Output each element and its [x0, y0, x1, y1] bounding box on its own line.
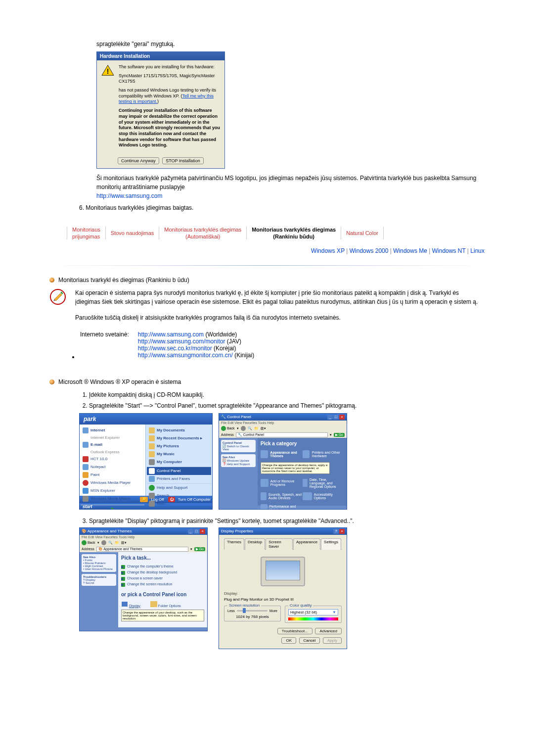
bullet-icon: [49, 278, 54, 283]
link-windows-2000[interactable]: Windows 2000: [350, 247, 389, 254]
tooltip: Change the appearance of your desktop, s…: [121, 610, 204, 621]
hardware-installation-dialog: Hardware Installation ! The software you…: [96, 51, 225, 169]
link-linux[interactable]: Linux: [470, 247, 485, 254]
display-icon[interactable]: Display: [121, 601, 140, 608]
tabs[interactable]: Themes Desktop Screen Saver Appearance S…: [224, 538, 342, 550]
site-link[interactable]: http://www.samsung.com: [138, 331, 204, 338]
divider: [49, 265, 485, 266]
back-button[interactable]: Back: [221, 426, 235, 431]
window-buttons[interactable]: ?×: [333, 529, 345, 534]
pick-category-heading: Pick a category: [261, 441, 344, 446]
step-item: Įdėkite kompaktinį diską į CD-ROM kaupik…: [89, 390, 485, 399]
step-text: Monitoriaus tvarkyklės įdiegimas baigtas…: [86, 204, 193, 211]
os-links: Windows XP | Windows 2000 | Windows Me |…: [49, 247, 485, 254]
samsung-link[interactable]: http://www.samsung.com: [96, 192, 162, 199]
resolution-value: 1024 by 768 pixels: [227, 614, 277, 619]
paragraph: Paruoškite tuščią diskelį ir atsisiųskit…: [75, 313, 485, 322]
label: Interneto svetainė:: [80, 330, 137, 360]
instruction-text: spragtelėkite "gerai" mygtuką.: [96, 40, 485, 48]
link-windows-nt[interactable]: Windows NT: [432, 247, 466, 254]
troubleshoot-button[interactable]: Troubleshoot...: [277, 628, 312, 634]
settings-tab[interactable]: Settings: [321, 538, 341, 550]
section-heading: Monitoriaus tvarkykl ės diegimas (Rankin…: [58, 277, 189, 284]
site-link[interactable]: http://www.samsung.com/monitor: [138, 338, 225, 345]
tab-monitor-connect[interactable]: Monitoriausprijungimas: [67, 226, 105, 240]
pick-task-heading: Pick a task...: [121, 555, 204, 561]
tooltip: Change the appearance of desktop items, …: [261, 462, 330, 474]
control-panel-item[interactable]: Control Panel: [147, 467, 211, 475]
paragraph: Kai operacin ė sistema papra šys nurodyt…: [75, 288, 485, 306]
note-text: Ši monitoriaus tvarkyklė pažymėta patvir…: [96, 174, 485, 200]
advanced-button[interactable]: Advanced: [315, 628, 342, 634]
svg-text:!: !: [107, 68, 109, 75]
section-tabs: Monitoriausprijungimas Stovo naudojimas …: [67, 226, 485, 240]
bullet-icon: [49, 379, 54, 384]
tab-natural-color[interactable]: Natural Color: [341, 230, 383, 236]
control-panel-screenshot: 🔧 Control Panel _□× File Edit View Favor…: [219, 413, 347, 510]
note-pencil-icon: [49, 288, 66, 305]
window-buttons[interactable]: _□×: [327, 415, 345, 420]
ok-button[interactable]: OK: [281, 637, 296, 644]
tab-stand-usage[interactable]: Stovo naudojimas: [106, 230, 159, 236]
dialog-text: The software you are installing for this…: [119, 64, 221, 151]
menu-bar[interactable]: File Edit View Favorites Tools Help: [80, 535, 207, 539]
color-quality-combo[interactable]: Highest (32 bit)▼: [288, 609, 338, 615]
user-name: park: [80, 414, 212, 425]
menu-bar[interactable]: File Edit View Favorites Tools Help: [219, 421, 347, 425]
stop-installation-button[interactable]: STOP Installation: [162, 157, 204, 164]
tab-driver-manual[interactable]: Monitoriaus tvarkyklės diegimas(Rankiniu…: [247, 226, 341, 240]
pick-icon-heading: or pick a Control Panel icon: [121, 592, 204, 597]
dialog-title: Hardware Installation: [97, 52, 224, 60]
resolution-slider[interactable]: Less More: [227, 609, 277, 613]
continue-anyway-button[interactable]: Continue Anyway: [118, 157, 159, 164]
display-label: Display:: [224, 591, 342, 596]
step-item: Spragtelėkite "Display" piktogramą ir pa…: [89, 517, 485, 525]
display-properties-screenshot: Display Properties ?× Themes Desktop Scr…: [219, 527, 347, 649]
apply-button[interactable]: Apply: [323, 637, 342, 644]
window-buttons[interactable]: _□×: [187, 529, 205, 534]
cancel-button[interactable]: Cancel: [299, 637, 320, 644]
step-number: 6.: [79, 204, 84, 211]
list-item: Interneto svetainė: http://www.samsung.c…: [79, 329, 485, 361]
link-windows-me[interactable]: Windows Me: [393, 247, 427, 254]
display-value: Plug and Play Monitor on 3D Prophet III: [224, 597, 342, 602]
site-link[interactable]: http://www.sec.co.kr/monitor: [138, 345, 212, 352]
monitor-preview-icon: [261, 557, 305, 586]
start-menu-screenshot: park Internet Internet Explorer E-mail O…: [79, 413, 213, 510]
section-heading: Microsoft ® Windows ® XP operacin ė sist…: [58, 378, 181, 385]
tab-driver-auto[interactable]: Monitoriaus tvarkyklės diegimas(Automati…: [159, 226, 246, 240]
color-bar: [288, 617, 338, 620]
appearance-themes-screenshot: 🎨 Appearance and Themes _□× File Edit Vi…: [79, 527, 208, 631]
link-windows-xp[interactable]: Windows XP: [311, 247, 345, 254]
warning-icon: !: [101, 64, 115, 76]
site-link[interactable]: http://www.samsungmonitor.com.cn/: [138, 352, 233, 359]
step-item: Spragtelėkite "Start" —> "Control Panel"…: [89, 401, 485, 410]
appearance-themes-category[interactable]: Appearance and Themes: [261, 450, 302, 458]
